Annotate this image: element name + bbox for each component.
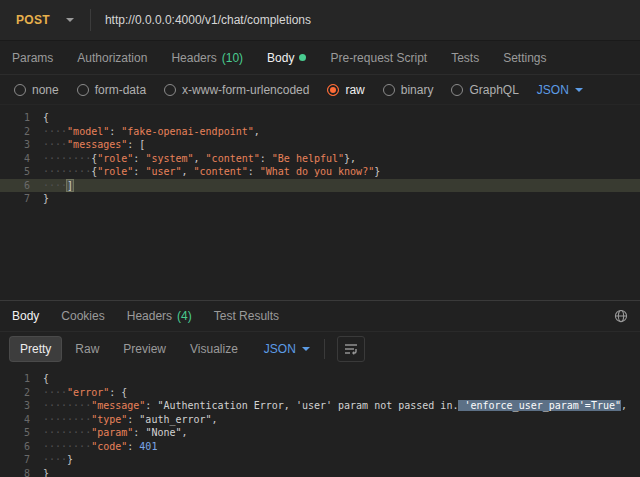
code-token: 401	[139, 441, 157, 452]
tab-settings[interactable]: Settings	[503, 51, 546, 65]
code-token: }	[43, 468, 49, 477]
code-text: }	[43, 467, 49, 477]
tab-label: Settings	[503, 51, 546, 65]
response-language-dropdown[interactable]: JSON	[264, 342, 310, 356]
code-line[interactable]: 4········{"role": "system", "content": "…	[0, 152, 640, 166]
code-text: {	[43, 372, 49, 386]
radio-icon	[77, 84, 89, 96]
line-number: 3	[0, 138, 43, 152]
code-token: ,	[182, 427, 188, 438]
code-token: ········	[43, 166, 91, 177]
request-body-editor[interactable]: 1{2····"model": "fake-openai-endpoint",3…	[0, 105, 640, 300]
body-type-options: noneform-datax-www-form-urlencodedrawbin…	[14, 83, 519, 97]
method-dropdown[interactable]: POST	[0, 0, 90, 40]
url-input[interactable]: http://0.0.0.0:4000/v1/chat/completions	[105, 13, 311, 27]
body-type-raw[interactable]: raw	[327, 83, 364, 97]
line-number: 2	[0, 386, 43, 400]
code-line[interactable]: 6····]	[0, 179, 640, 193]
tab-body[interactable]: Body	[267, 51, 306, 65]
line-number: 1	[0, 111, 43, 125]
view-visualize[interactable]: Visualize	[180, 337, 248, 361]
code-token: "auth_error"	[139, 414, 211, 425]
selected-text: 'enforce_user_param'=True"	[458, 400, 621, 411]
request-tabs: ParamsAuthorizationHeaders(10)BodyPre-re…	[0, 41, 640, 75]
code-line[interactable]: 6········"code": 401	[0, 440, 640, 454]
line-number: 4	[0, 152, 43, 166]
globe-icon[interactable]	[614, 309, 628, 323]
line-number: 2	[0, 125, 43, 139]
response-tab-headers[interactable]: Headers(4)	[127, 309, 192, 323]
tab-count: (4)	[177, 309, 192, 323]
code-token: "fake-openai-endpoint"	[121, 126, 253, 137]
code-token: :	[133, 166, 145, 177]
line-number: 4	[0, 413, 43, 427]
tab-label: Authorization	[77, 51, 147, 65]
code-token: "Authentication Error, 'user' param not …	[157, 400, 458, 411]
response-view-switcher: PrettyRawPreviewVisualize	[10, 337, 248, 361]
code-token: }	[43, 193, 49, 204]
tab-label: Headers	[127, 309, 172, 323]
code-line[interactable]: 5········"param": "None",	[0, 426, 640, 440]
line-number: 5	[0, 426, 43, 440]
body-type-binary[interactable]: binary	[383, 83, 434, 97]
code-token: ,	[182, 166, 194, 177]
tab-label: Pre-request Script	[330, 51, 427, 65]
body-type-graphql[interactable]: GraphQL	[451, 83, 518, 97]
line-number: 1	[0, 372, 43, 386]
body-type-x-www-form-urlencoded[interactable]: x-www-form-urlencoded	[164, 83, 309, 97]
code-token: :	[127, 139, 139, 150]
code-text: {	[43, 111, 49, 125]
code-token: }	[67, 454, 73, 465]
tab-tests[interactable]: Tests	[451, 51, 479, 65]
code-token: ····	[43, 126, 67, 137]
response-tab-body[interactable]: Body	[12, 309, 39, 323]
line-number: 5	[0, 165, 43, 179]
tab-params[interactable]: Params	[12, 51, 53, 65]
code-token: "role"	[97, 166, 133, 177]
view-pretty[interactable]: Pretty	[10, 337, 61, 361]
view-preview[interactable]: Preview	[113, 337, 176, 361]
response-toolbar: PrettyRawPreviewVisualize JSON	[0, 332, 640, 366]
radio-label: none	[32, 83, 59, 97]
tab-authorization[interactable]: Authorization	[77, 51, 147, 65]
code-line[interactable]: 2····"model": "fake-openai-endpoint",	[0, 125, 640, 139]
code-line[interactable]: 7}	[0, 192, 640, 206]
radio-icon	[164, 84, 176, 96]
code-token: : {	[109, 387, 127, 398]
code-line[interactable]: 4········"type": "auth_error",	[0, 413, 640, 427]
postman-window: POST http://0.0.0.0:4000/v1/chat/complet…	[0, 0, 640, 477]
code-line[interactable]: 2····"error": {	[0, 386, 640, 400]
code-line[interactable]: 1{	[0, 111, 640, 125]
line-number: 6	[0, 179, 43, 193]
tab-label: Test Results	[214, 309, 279, 323]
code-text: ····"model": "fake-openai-endpoint",	[43, 125, 260, 139]
body-type-form-data[interactable]: form-data	[77, 83, 146, 97]
response-body-editor[interactable]: 1{2····"error": {3········"message": "Au…	[0, 366, 640, 477]
code-token: ,	[254, 126, 260, 137]
code-line[interactable]: 1{	[0, 372, 640, 386]
body-type-none[interactable]: none	[14, 83, 59, 97]
line-number: 7	[0, 192, 43, 206]
view-raw[interactable]: Raw	[65, 337, 109, 361]
request-language-dropdown[interactable]: JSON	[537, 83, 583, 97]
radio-icon	[327, 84, 339, 96]
tab-label: Headers	[171, 51, 216, 65]
tab-pre-request-script[interactable]: Pre-request Script	[330, 51, 427, 65]
code-token: "content"	[194, 166, 248, 177]
response-tab-cookies[interactable]: Cookies	[61, 309, 104, 323]
code-line[interactable]: 7····}	[0, 453, 640, 467]
tab-headers[interactable]: Headers(10)	[171, 51, 243, 65]
code-line[interactable]: 8}	[0, 467, 640, 477]
line-number: 7	[0, 453, 43, 467]
code-line[interactable]: 3········"message": "Authentication Erro…	[0, 399, 640, 413]
code-token: "code"	[91, 441, 127, 452]
code-token: ········	[43, 400, 91, 411]
wrap-text-icon[interactable]	[337, 336, 365, 362]
code-line[interactable]: 3····"messages": [	[0, 138, 640, 152]
radio-label: x-www-form-urlencoded	[182, 83, 309, 97]
code-text: ····"error": {	[43, 386, 127, 400]
code-line[interactable]: 5········{"role": "user", "content": "Wh…	[0, 165, 640, 179]
response-tab-test-results[interactable]: Test Results	[214, 309, 279, 323]
code-token: ····	[43, 180, 67, 191]
code-token: "model"	[67, 126, 109, 137]
